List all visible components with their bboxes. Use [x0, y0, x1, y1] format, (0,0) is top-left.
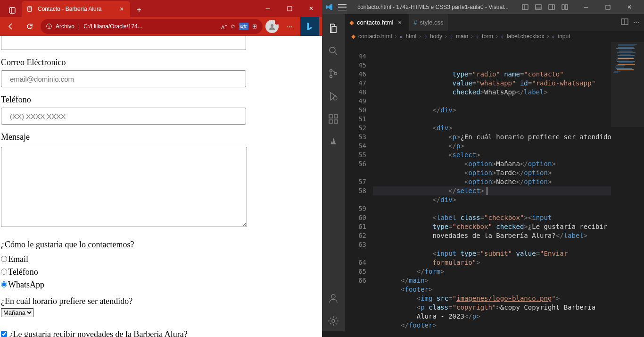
vs-close-button[interactable]: ✕: [619, 0, 640, 14]
layout-btn-3[interactable]: [546, 2, 557, 12]
more-button[interactable]: ⋯: [281, 19, 297, 34]
new-tab-button[interactable]: +: [132, 3, 146, 17]
collections-icon[interactable]: ⊞: [252, 23, 257, 30]
bc-file-icon: ◆: [351, 33, 355, 40]
layout-btn-2[interactable]: [533, 2, 544, 12]
bc-sym-icon: ⬨: [399, 33, 403, 40]
radio-whatsapp[interactable]: [1, 281, 7, 287]
phone-input[interactable]: [1, 108, 246, 125]
time-select[interactable]: Mañana Tarde Noche: [1, 308, 33, 317]
hamburger-menu-icon[interactable]: [338, 4, 347, 10]
layout-buttons: [520, 2, 570, 12]
chevron-right-icon: ›: [395, 33, 396, 40]
svg-rect-24: [334, 120, 338, 123]
email-label: Correo Eléctronico: [1, 58, 321, 67]
edge-toolbar: ⓘ Archivo | C:/Lliliana/Oracle/174... A»…: [0, 17, 322, 36]
bing-sidebar-icon[interactable]: [300, 17, 319, 36]
bc-sym-icon: ⬨: [450, 33, 453, 40]
minimize-button[interactable]: ─: [257, 1, 279, 16]
tab-contacto-label: contacto.html: [357, 19, 393, 26]
source-control-icon[interactable]: [322, 63, 345, 84]
tab-close-icon[interactable]: ×: [396, 19, 404, 26]
svg-point-26: [331, 295, 335, 298]
translate-icon[interactable]: a女: [239, 23, 248, 30]
tab-actions-icon[interactable]: [3, 4, 22, 17]
bc-sym-icon: ⬨: [424, 33, 427, 40]
tab-close-icon[interactable]: ×: [118, 5, 125, 13]
news-checkbox[interactable]: [1, 331, 7, 337]
contact-question: ¿Cómo le gustaria que lo contactemos?: [1, 240, 321, 250]
html-file-icon: ◆: [349, 19, 354, 26]
bc-sym-icon: ⬨: [476, 33, 479, 40]
time-question: ¿En cuál horario prefiere ser atendido?: [1, 296, 321, 306]
code-editor[interactable]: 4445464748495051525354555657585960616263…: [345, 42, 644, 331]
more-actions-icon[interactable]: ⋯: [633, 19, 639, 26]
layout-btn-4[interactable]: [559, 2, 570, 12]
radio-telefono[interactable]: [1, 269, 7, 275]
maximize-button[interactable]: [279, 1, 300, 16]
extensions-icon[interactable]: [322, 109, 345, 129]
tab-contacto[interactable]: ◆ contacto.html ×: [345, 14, 409, 31]
url-sep: |: [78, 23, 80, 30]
svg-point-19: [330, 76, 332, 78]
edge-titlebar: Contacto - Barbería Alura × + ─ ✕: [0, 0, 322, 17]
radio-email[interactable]: [1, 256, 7, 262]
vs-minimize-button[interactable]: ─: [575, 0, 597, 14]
layout-btn-1[interactable]: [520, 2, 531, 12]
split-editor-icon[interactable]: [621, 18, 628, 26]
svg-point-21: [333, 96, 337, 100]
explorer-icon[interactable]: [322, 18, 345, 39]
account-icon[interactable]: [322, 288, 345, 309]
vscode-window-controls: ─ ✕: [575, 0, 640, 14]
favorite-icon[interactable]: ✩: [231, 23, 235, 30]
tab-stylecss-label: style.css: [420, 19, 444, 26]
chevron-right-icon: ›: [547, 33, 549, 40]
css-file-icon: #: [413, 19, 417, 26]
svg-point-6: [271, 24, 273, 27]
status-bar: [322, 331, 644, 337]
message-textarea[interactable]: [1, 147, 247, 227]
activity-bar: [322, 14, 345, 331]
svg-rect-9: [536, 5, 541, 9]
search-icon[interactable]: [322, 41, 345, 61]
tab-stylecss[interactable]: # style.css: [409, 14, 448, 31]
info-icon[interactable]: ⓘ: [46, 23, 52, 31]
editor-tabs: ◆ contacto.html × # style.css ⋯: [345, 14, 644, 31]
vs-maximize-button[interactable]: [597, 0, 619, 14]
close-window-button[interactable]: ✕: [300, 1, 322, 16]
svg-point-20: [335, 73, 337, 75]
svg-rect-0: [9, 8, 15, 13]
name-input[interactable]: [1, 36, 246, 50]
address-bar[interactable]: ⓘ Archivo | C:/Lliliana/Oracle/174... A»…: [41, 19, 263, 34]
phone-label: Teléfono: [1, 95, 321, 105]
chevron-right-icon: ›: [471, 33, 473, 40]
editor-area: ◆ contacto.html × # style.css ⋯ ◆ contac…: [345, 14, 644, 331]
browser-tab-active[interactable]: Contacto - Barbería Alura ×: [22, 1, 130, 17]
reader-icon[interactable]: A»: [221, 23, 227, 30]
run-debug-icon[interactable]: [322, 86, 345, 107]
svg-point-16: [330, 47, 335, 53]
url-scheme: Archivo: [56, 23, 74, 30]
page-body[interactable]: Correo Eléctronico Teléfono Mensaje ¿Cóm…: [0, 36, 322, 337]
news-label: ¿Le gustaría recibir novedades de la Bar…: [9, 329, 188, 337]
breadcrumb[interactable]: ◆ contacto.html › ⬨ html › ⬨ body › ⬨ ma…: [345, 31, 644, 42]
code-content[interactable]: type="radio" name="contacto" value="what…: [373, 42, 611, 331]
back-button[interactable]: [3, 19, 19, 34]
svg-rect-11: [549, 5, 554, 9]
minimap[interactable]: [611, 42, 644, 331]
radio-whatsapp-label: WhatsApp: [8, 280, 44, 289]
bc-sym-icon: ⬨: [501, 33, 504, 40]
vscode-titlebar: contacto.html - 1742-HTML5 e CSS3 parte1…: [322, 0, 644, 14]
profile-avatar[interactable]: [265, 20, 279, 33]
atlassian-icon[interactable]: [322, 131, 345, 152]
svg-rect-14: [565, 5, 568, 9]
bc-sym-icon: ⬨: [552, 33, 555, 40]
settings-gear-icon[interactable]: [322, 311, 345, 331]
svg-rect-22: [329, 115, 332, 118]
bc-body: body: [430, 33, 442, 40]
refresh-button[interactable]: [22, 19, 38, 34]
bc-input: input: [558, 33, 570, 40]
email-input[interactable]: [1, 70, 246, 87]
svg-rect-13: [562, 5, 564, 9]
svg-rect-15: [606, 5, 610, 9]
